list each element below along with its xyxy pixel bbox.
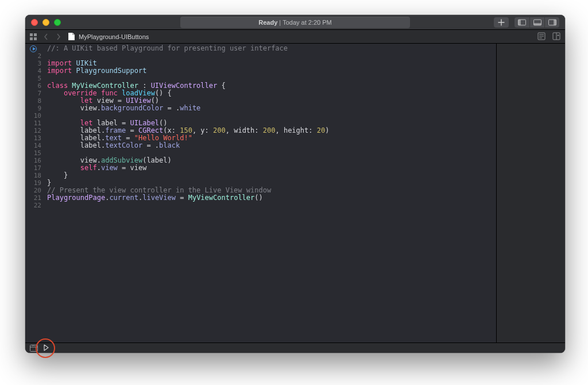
- line-number: 15: [34, 149, 41, 157]
- line-number: 21: [34, 194, 41, 202]
- play-icon: [42, 344, 49, 351]
- status-ready-label: Ready: [258, 19, 277, 26]
- file-chip[interactable]: MyPlayground-UIButtons: [68, 33, 149, 40]
- maximize-button[interactable]: [54, 19, 61, 26]
- code-editor[interactable]: 2345678910111213141516171819202122 //: A…: [25, 44, 496, 342]
- tab-bar: MyPlayground-UIButtons: [25, 30, 565, 44]
- related-items-button[interactable]: [30, 33, 37, 40]
- code-line[interactable]: self.view = view: [47, 164, 329, 172]
- xcode-window: Ready | Today at 2:20 PM: [25, 15, 565, 353]
- line-number: 14: [34, 142, 41, 149]
- nav-back-button[interactable]: [42, 33, 49, 40]
- line-number: 12: [34, 127, 41, 134]
- line-number: 5: [37, 75, 41, 82]
- svg-rect-9: [34, 37, 37, 40]
- line-number: 9: [37, 105, 41, 112]
- svg-rect-5: [554, 20, 556, 25]
- svg-rect-8: [30, 37, 33, 40]
- add-button[interactable]: [494, 17, 509, 28]
- code-line[interactable]: //: A UIKit based Playground for present…: [47, 45, 329, 52]
- results-sidebar: [496, 44, 565, 342]
- svg-rect-3: [533, 23, 541, 25]
- swift-file-icon: [68, 33, 75, 40]
- svg-rect-1: [518, 20, 520, 25]
- line-number: 22: [34, 202, 41, 209]
- line-number: 16: [34, 157, 41, 164]
- line-number: 8: [37, 97, 41, 105]
- panel-toggle-group: [514, 17, 559, 28]
- minimize-button[interactable]: [42, 19, 49, 26]
- status-time: Today at 2:20 PM: [283, 19, 332, 26]
- gutter: 2345678910111213141516171819202122: [25, 44, 44, 342]
- line-number: 3: [37, 60, 41, 67]
- toggle-navigator-button[interactable]: [514, 17, 529, 28]
- traffic-lights: [31, 19, 61, 26]
- line-number: 19: [34, 179, 41, 187]
- line-number: 4: [37, 67, 41, 75]
- close-button[interactable]: [31, 19, 38, 26]
- code-lines[interactable]: //: A UIKit based Playground for present…: [44, 44, 329, 342]
- line-number: 11: [34, 120, 41, 127]
- code-line[interactable]: }: [47, 172, 329, 179]
- status-pill[interactable]: Ready | Today at 2:20 PM: [180, 17, 410, 28]
- line-number: 2: [37, 52, 41, 60]
- add-editor-icon[interactable]: [552, 32, 560, 41]
- line-number: 6: [37, 82, 41, 90]
- authors-icon[interactable]: [537, 32, 546, 41]
- code-line[interactable]: [47, 202, 329, 209]
- titlebar-right: [494, 17, 559, 28]
- filename-label: MyPlayground-UIButtons: [79, 33, 149, 40]
- plus-icon: [498, 19, 505, 26]
- toggle-results-button[interactable]: [30, 344, 38, 352]
- svg-rect-6: [30, 33, 33, 36]
- toggle-inspector-button[interactable]: [544, 17, 559, 28]
- status-separator: |: [279, 19, 281, 26]
- editor-area: 2345678910111213141516171819202122 //: A…: [25, 44, 565, 342]
- tab-bar-right: [537, 32, 560, 41]
- code-line[interactable]: import PlaygroundSupport: [47, 67, 329, 75]
- run-line-icon[interactable]: [30, 45, 37, 52]
- code-line[interactable]: PlaygroundPage.current.liveView = MyView…: [47, 194, 329, 202]
- nav-forward-button[interactable]: [55, 33, 62, 40]
- line-number: 13: [34, 134, 41, 142]
- debug-bar: [25, 342, 565, 353]
- code-line[interactable]: view.backgroundColor = .white: [47, 105, 329, 112]
- code-line[interactable]: label.textColor = .black: [47, 142, 329, 149]
- line-number: 17: [34, 164, 41, 172]
- line-number: 7: [37, 90, 41, 97]
- line-number: 10: [34, 112, 41, 120]
- toggle-debug-button[interactable]: [529, 17, 544, 28]
- line-number: 18: [34, 172, 41, 179]
- execute-playground-button[interactable]: [42, 343, 49, 353]
- svg-rect-16: [30, 345, 38, 351]
- line-number: 20: [34, 187, 41, 194]
- svg-rect-7: [34, 33, 37, 36]
- titlebar: Ready | Today at 2:20 PM: [25, 15, 565, 30]
